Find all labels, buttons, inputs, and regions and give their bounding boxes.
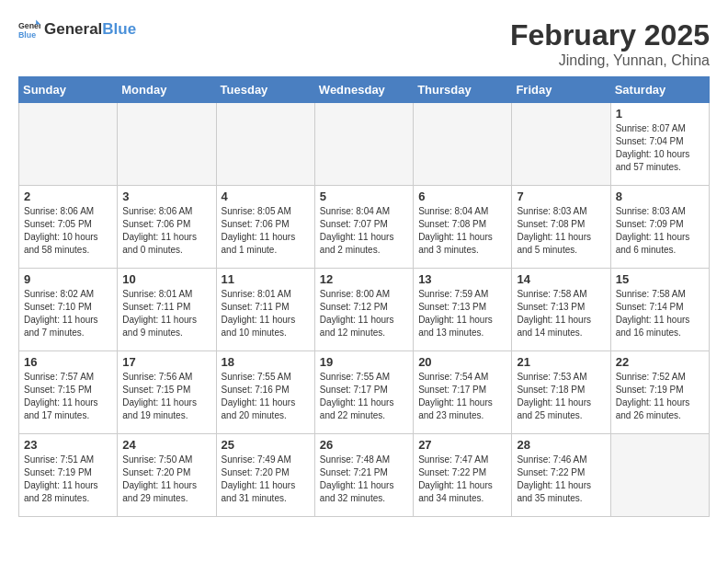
day-info: Sunrise: 7:46 AM Sunset: 7:22 PM Dayligh… [517,454,605,505]
day-cell: 4Sunrise: 8:05 AM Sunset: 7:06 PM Daylig… [216,186,314,269]
week-row-4: 16Sunrise: 7:57 AM Sunset: 7:15 PM Dayli… [19,351,710,434]
week-row-3: 9Sunrise: 8:02 AM Sunset: 7:10 PM Daylig… [19,269,710,351]
day-cell: 9Sunrise: 8:02 AM Sunset: 7:10 PM Daylig… [19,269,118,351]
day-number: 12 [320,272,408,286]
day-info: Sunrise: 8:03 AM Sunset: 7:08 PM Dayligh… [517,205,605,257]
day-number: 17 [122,355,210,369]
day-number: 28 [517,438,605,452]
logo-general: General [44,20,102,39]
day-info: Sunrise: 7:51 AM Sunset: 7:19 PM Dayligh… [24,454,112,505]
week-row-2: 2Sunrise: 8:06 AM Sunset: 7:05 PM Daylig… [19,186,710,269]
day-cell [610,434,709,517]
day-info: Sunrise: 8:04 AM Sunset: 7:08 PM Dayligh… [418,205,506,257]
day-cell: 16Sunrise: 7:57 AM Sunset: 7:15 PM Dayli… [19,351,118,434]
logo-blue: Blue [102,20,136,39]
day-number: 6 [418,190,506,203]
day-number: 25 [222,438,310,452]
day-number: 10 [122,272,210,286]
day-cell: 1Sunrise: 8:07 AM Sunset: 7:04 PM Daylig… [610,103,709,186]
day-info: Sunrise: 8:00 AM Sunset: 7:12 PM Dayligh… [320,288,408,339]
day-info: Sunrise: 8:01 AM Sunset: 7:11 PM Dayligh… [222,288,310,339]
day-number: 26 [320,438,408,452]
day-number: 5 [320,190,408,203]
day-number: 20 [418,355,506,369]
location: Jinding, Yunnan, China [510,52,710,69]
day-cell: 6Sunrise: 8:04 AM Sunset: 7:08 PM Daylig… [414,186,512,269]
day-info: Sunrise: 7:58 AM Sunset: 7:14 PM Dayligh… [616,288,704,339]
day-number: 18 [222,355,310,369]
day-info: Sunrise: 7:55 AM Sunset: 7:17 PM Dayligh… [320,371,408,422]
day-cell: 21Sunrise: 7:53 AM Sunset: 7:18 PM Dayli… [512,351,610,434]
day-info: Sunrise: 8:02 AM Sunset: 7:10 PM Dayligh… [24,288,112,339]
day-cell: 19Sunrise: 7:55 AM Sunset: 7:17 PM Dayli… [314,351,413,434]
day-number: 15 [616,272,704,286]
day-cell: 17Sunrise: 7:56 AM Sunset: 7:15 PM Dayli… [118,351,216,434]
day-cell: 15Sunrise: 7:58 AM Sunset: 7:14 PM Dayli… [610,269,709,351]
day-number: 19 [320,355,408,369]
day-cell: 25Sunrise: 7:49 AM Sunset: 7:20 PM Dayli… [216,434,314,517]
day-cell: 13Sunrise: 7:59 AM Sunset: 7:13 PM Dayli… [414,269,512,351]
day-cell: 14Sunrise: 7:58 AM Sunset: 7:13 PM Dayli… [512,269,610,351]
weekday-tuesday: Tuesday [216,77,314,103]
week-row-1: 1Sunrise: 8:07 AM Sunset: 7:04 PM Daylig… [19,103,710,186]
day-info: Sunrise: 7:56 AM Sunset: 7:15 PM Dayligh… [122,371,210,422]
day-info: Sunrise: 8:06 AM Sunset: 7:05 PM Dayligh… [24,205,112,257]
day-number: 8 [616,190,704,203]
day-number: 16 [24,355,112,369]
day-number: 27 [418,438,506,452]
day-cell [19,103,118,186]
day-cell: 2Sunrise: 8:06 AM Sunset: 7:05 PM Daylig… [19,186,118,269]
day-cell: 7Sunrise: 8:03 AM Sunset: 7:08 PM Daylig… [512,186,610,269]
day-info: Sunrise: 7:59 AM Sunset: 7:13 PM Dayligh… [418,288,506,339]
day-cell [512,103,610,186]
day-number: 22 [616,355,704,369]
weekday-header-row: SundayMondayTuesdayWednesdayThursdayFrid… [19,77,710,103]
day-number: 4 [222,190,310,203]
day-info: Sunrise: 8:04 AM Sunset: 7:07 PM Dayligh… [320,205,408,257]
month-year: February 2025 [510,18,710,52]
day-info: Sunrise: 7:57 AM Sunset: 7:15 PM Dayligh… [24,371,112,422]
day-info: Sunrise: 7:58 AM Sunset: 7:13 PM Dayligh… [517,288,605,339]
day-cell: 11Sunrise: 8:01 AM Sunset: 7:11 PM Dayli… [216,269,314,351]
weekday-sunday: Sunday [19,77,118,103]
day-cell [414,103,512,186]
day-cell [314,103,413,186]
weekday-monday: Monday [118,77,216,103]
day-cell: 8Sunrise: 8:03 AM Sunset: 7:09 PM Daylig… [610,186,709,269]
day-info: Sunrise: 8:05 AM Sunset: 7:06 PM Dayligh… [222,205,310,257]
day-number: 23 [24,438,112,452]
day-number: 9 [24,272,112,286]
day-cell: 22Sunrise: 7:52 AM Sunset: 7:19 PM Dayli… [610,351,709,434]
day-number: 3 [122,190,210,203]
day-cell: 20Sunrise: 7:54 AM Sunset: 7:17 PM Dayli… [414,351,512,434]
week-row-5: 23Sunrise: 7:51 AM Sunset: 7:19 PM Dayli… [19,434,710,517]
weekday-wednesday: Wednesday [314,77,413,103]
day-cell: 26Sunrise: 7:48 AM Sunset: 7:21 PM Dayli… [314,434,413,517]
day-cell: 28Sunrise: 7:46 AM Sunset: 7:22 PM Dayli… [512,434,610,517]
day-number: 1 [616,107,704,121]
day-number: 24 [122,438,210,452]
day-cell: 23Sunrise: 7:51 AM Sunset: 7:19 PM Dayli… [19,434,118,517]
day-cell [118,103,216,186]
day-cell: 24Sunrise: 7:50 AM Sunset: 7:20 PM Dayli… [118,434,216,517]
day-number: 2 [24,190,112,203]
day-info: Sunrise: 8:07 AM Sunset: 7:04 PM Dayligh… [616,122,704,174]
page-header: General Blue GeneralBlue February 2025 J… [18,18,710,69]
logo: General Blue GeneralBlue [18,18,136,40]
day-cell: 18Sunrise: 7:55 AM Sunset: 7:16 PM Dayli… [216,351,314,434]
day-number: 13 [418,272,506,286]
day-info: Sunrise: 7:50 AM Sunset: 7:20 PM Dayligh… [122,454,210,505]
day-cell: 3Sunrise: 8:06 AM Sunset: 7:06 PM Daylig… [118,186,216,269]
calendar-table: SundayMondayTuesdayWednesdayThursdayFrid… [18,76,710,517]
day-info: Sunrise: 7:48 AM Sunset: 7:21 PM Dayligh… [320,454,408,505]
day-info: Sunrise: 7:54 AM Sunset: 7:17 PM Dayligh… [418,371,506,422]
day-info: Sunrise: 8:01 AM Sunset: 7:11 PM Dayligh… [122,288,210,339]
day-info: Sunrise: 7:52 AM Sunset: 7:19 PM Dayligh… [616,371,704,422]
day-cell: 5Sunrise: 8:04 AM Sunset: 7:07 PM Daylig… [314,186,413,269]
day-cell: 12Sunrise: 8:00 AM Sunset: 7:12 PM Dayli… [314,269,413,351]
day-info: Sunrise: 8:03 AM Sunset: 7:09 PM Dayligh… [616,205,704,257]
day-cell: 27Sunrise: 7:47 AM Sunset: 7:22 PM Dayli… [414,434,512,517]
weekday-friday: Friday [512,77,610,103]
day-info: Sunrise: 7:47 AM Sunset: 7:22 PM Dayligh… [418,454,506,505]
day-number: 21 [517,355,605,369]
